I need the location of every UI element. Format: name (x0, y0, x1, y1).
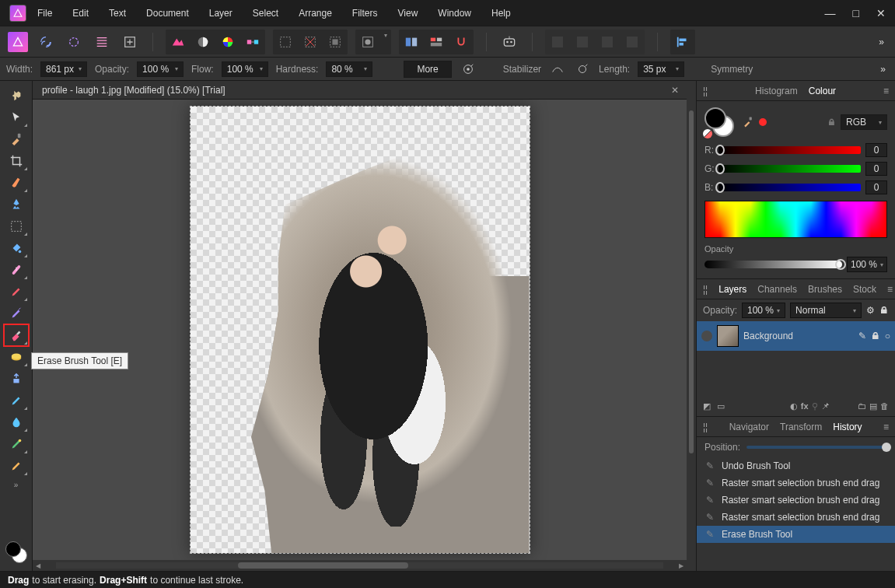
history-position-slider[interactable] (746, 446, 887, 449)
quickmask-icon[interactable] (358, 32, 378, 52)
erase-brush-tool-icon[interactable] (5, 325, 28, 345)
colour-picker-tool-icon[interactable] (5, 129, 28, 149)
label-stabilizer[interactable]: Stabilizer (503, 64, 541, 75)
layer-edit-icon[interactable]: ✎ (858, 331, 866, 341)
tab-brushes[interactable]: Brushes (808, 284, 842, 295)
menu-select[interactable]: Select (253, 8, 278, 19)
blend-mode-dropdown[interactable]: Normal▾ (790, 303, 862, 318)
menu-filters[interactable]: Filters (352, 8, 378, 19)
menu-arrange[interactable]: Arrange (299, 8, 332, 19)
colour-swatch[interactable] (704, 107, 734, 137)
panel-menu-icon[interactable]: ≡ (883, 86, 889, 96)
persona-develop-icon[interactable] (64, 32, 84, 52)
invert-icon[interactable] (325, 32, 345, 52)
opacity-value[interactable]: 100 %▾ (847, 257, 887, 272)
flood-select-tool-icon[interactable] (5, 194, 28, 215)
opacity-slider[interactable] (704, 261, 842, 268)
tool-colour-swatch[interactable] (5, 541, 27, 563)
toolbar-overflow-icon[interactable]: » (879, 37, 887, 47)
tab-transform[interactable]: Transform (780, 422, 822, 432)
mask-layer-icon[interactable]: ◩ (703, 401, 711, 411)
blur-tool-icon[interactable] (5, 412, 28, 432)
menu-help[interactable]: Help (491, 8, 511, 19)
rope-stabilizer-icon[interactable] (549, 61, 566, 78)
history-item[interactable]: ✎Raster smart selection brush end drag (697, 474, 895, 492)
document-tab-close-icon[interactable]: ✕ (671, 85, 687, 96)
input-opacity[interactable]: 100 %▾ (137, 61, 184, 77)
panel-menu-icon[interactable]: ≡ (887, 284, 893, 295)
persona-photo-icon[interactable] (8, 32, 28, 52)
autoselect-icon[interactable] (168, 32, 188, 52)
tab-history[interactable]: History (833, 422, 862, 432)
adjustment-icon[interactable]: ◐ (790, 401, 798, 411)
menu-view[interactable]: View (398, 8, 418, 19)
menu-window[interactable]: Window (438, 8, 471, 19)
slider-blue[interactable]: B: 0 (704, 180, 887, 194)
paint-brush-tool-icon[interactable] (5, 282, 28, 302)
eyedropper-icon[interactable] (742, 116, 754, 128)
gear-icon[interactable]: ⚙︎ (866, 305, 875, 316)
clone-tool-icon[interactable] (5, 369, 28, 389)
panel-menu-icon[interactable]: ≡ (883, 422, 889, 432)
menu-file[interactable]: File (37, 8, 52, 19)
lock-icon[interactable]: 🔒︎ (827, 117, 836, 127)
crop-tool-icon[interactable] (5, 151, 28, 171)
add-raster-layer-icon[interactable]: ▭ (717, 401, 725, 411)
select-all-icon[interactable] (275, 32, 295, 52)
layer-row-background[interactable]: Background ✎ 🔒︎ ○ (697, 321, 895, 351)
group-icon[interactable]: 🗀 (858, 401, 866, 411)
healing-brush-tool-icon[interactable] (5, 260, 28, 280)
layer-visibility-icon[interactable] (701, 331, 712, 341)
persona-tone-icon[interactable] (92, 32, 112, 52)
history-item[interactable]: ✎Undo Brush Tool (697, 457, 895, 474)
slider-red[interactable]: R: 0 (704, 143, 887, 157)
retouch-tool-icon[interactable] (5, 434, 28, 454)
menu-document[interactable]: Document (146, 8, 189, 19)
pin-icon[interactable]: 📌︎ (821, 401, 830, 411)
tab-navigator[interactable]: Navigator (729, 422, 769, 432)
history-item[interactable]: ✎Erase Brush Tool (697, 526, 895, 543)
input-length[interactable]: 35 px▾ (638, 61, 684, 77)
window-stabilizer-icon[interactable] (574, 61, 591, 78)
move-tool-icon[interactable] (5, 107, 28, 128)
menu-edit[interactable]: Edit (72, 8, 89, 19)
flood-fill-tool-icon[interactable] (5, 238, 28, 258)
window-close-icon[interactable]: ✕ (876, 7, 886, 19)
vertical-scrollbar[interactable] (687, 81, 696, 571)
deselect-icon[interactable] (300, 32, 320, 52)
tab-colour[interactable]: Colour (809, 86, 836, 96)
sponge-tool-icon[interactable] (5, 347, 28, 367)
history-item[interactable]: ✎Raster smart selection brush end drag (697, 509, 895, 526)
tool-overflow-icon[interactable]: » (14, 481, 19, 489)
document-tab[interactable]: profile - laugh 1.jpg [Modified] (15.0%)… (33, 81, 235, 99)
layer-opacity-dropdown[interactable]: 100 %▾ (742, 303, 785, 318)
menu-text[interactable]: Text (109, 8, 126, 19)
paint-mixer-tool-icon[interactable] (5, 390, 28, 411)
canvas[interactable] (33, 100, 687, 560)
persona-liquify-icon[interactable] (36, 32, 56, 52)
tab-channels[interactable]: Channels (757, 284, 797, 295)
selection-brush-tool-icon[interactable] (5, 173, 28, 193)
persona-export-icon[interactable] (120, 32, 140, 52)
colour-field[interactable] (704, 201, 887, 238)
tab-histogram[interactable]: Histogram (755, 86, 798, 96)
colour-mode-dropdown[interactable]: RGB▾ (841, 114, 887, 130)
assistant-icon[interactable] (499, 32, 519, 52)
window-minimize-icon[interactable]: — (825, 7, 836, 19)
horizontal-scrollbar[interactable]: ◀ ▶ (33, 560, 687, 571)
swatch-xfer-icon[interactable] (243, 32, 263, 52)
trash-icon[interactable]: 🗑︎ (880, 401, 889, 411)
layer-lock-icon[interactable]: 🔒︎ (871, 331, 880, 341)
context-overflow-icon[interactable]: » (880, 64, 886, 75)
input-flow[interactable]: 100 %▾ (222, 61, 268, 77)
mask-circle-icon[interactable] (193, 32, 213, 52)
fx-icon[interactable]: fx (801, 401, 809, 411)
history-item[interactable]: ✎Raster smart selection brush end drag (697, 492, 895, 509)
slider-green[interactable]: G: 0 (704, 162, 887, 176)
menu-layer[interactable]: Layer (209, 8, 232, 19)
snap-icon[interactable] (451, 32, 471, 52)
input-width[interactable]: 861 px▾ (40, 61, 87, 77)
input-hardness[interactable]: 80 %▾ (326, 61, 372, 77)
lock-icon[interactable]: 🔒︎ (879, 305, 889, 316)
panel-arrange-icon[interactable] (426, 32, 446, 52)
